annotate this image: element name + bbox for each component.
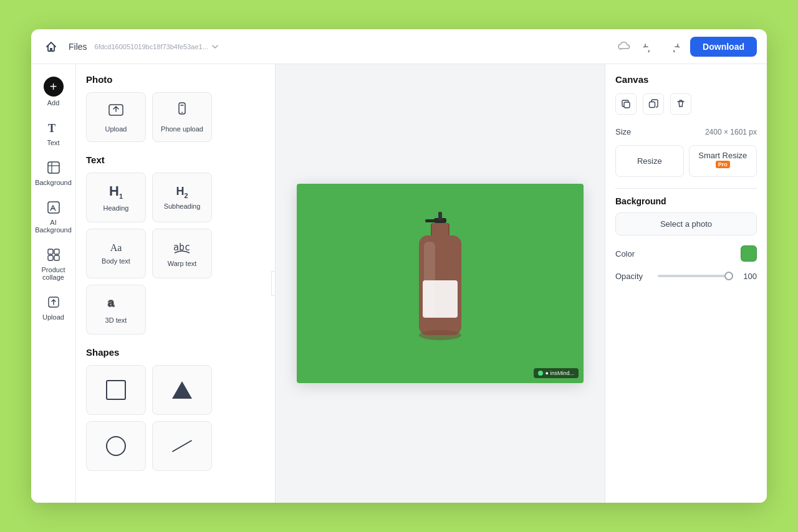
svg-rect-22 (423, 280, 458, 318)
nav-ai-background[interactable]: AI Background (35, 194, 72, 239)
line-shape-card[interactable] (152, 421, 212, 471)
opacity-track (658, 275, 733, 277)
shapes-section-title: Shapes (86, 347, 265, 358)
panel-collapse-button[interactable]: ‹ (271, 271, 276, 296)
upload-card-label: Upload (105, 125, 127, 133)
opacity-slider[interactable] (658, 270, 733, 282)
3d-text-card-icon: a (107, 295, 125, 313)
svg-rect-19 (432, 223, 448, 237)
product-collage-icon (45, 246, 62, 264)
nav-background[interactable]: Background (35, 154, 72, 191)
background-panel-title: Background (615, 196, 757, 206)
triangle-shape-icon (172, 381, 192, 399)
heading-card-label: Heading (103, 204, 129, 212)
pro-badge: Pro (716, 161, 730, 168)
product-bottle (397, 212, 484, 355)
size-value: 2400 × 1601 px (705, 128, 757, 136)
ai-background-icon (45, 199, 62, 216)
files-nav[interactable]: Files (69, 42, 87, 52)
add-icon: + (44, 77, 64, 97)
nav-add-label: Add (47, 99, 60, 107)
photo-grid: Upload Phone upload (86, 92, 265, 142)
subheading-card-icon: H2 (176, 185, 188, 199)
rect-shape-card[interactable] (86, 365, 146, 415)
svg-rect-1 (48, 162, 59, 173)
resize-button[interactable]: Resize (615, 145, 684, 177)
body-text-card[interactable]: Aa Body text (86, 229, 146, 278)
watermark-badge: ● insMind... (534, 368, 579, 378)
warp-text-card-label: Warp text (168, 260, 197, 267)
nav-background-label: Background (35, 179, 72, 186)
body-text-card-icon: Aa (110, 242, 122, 254)
undo-button[interactable] (640, 38, 658, 55)
nav-product-collage-label: Product collage (39, 266, 69, 281)
nav-add[interactable]: + Add (35, 72, 72, 112)
add-panel: Photo Upload (76, 64, 276, 503)
nav-ai-background-label: AI Background (35, 219, 72, 234)
background-icon (45, 159, 62, 176)
nav-upload[interactable]: Upload (35, 288, 72, 326)
nav-text[interactable]: T Text (35, 114, 72, 151)
smart-resize-button[interactable]: Smart Resize Pro (689, 145, 757, 177)
delete-canvas-button[interactable] (670, 93, 691, 115)
select-photo-button[interactable]: Select a photo (615, 212, 757, 235)
opacity-row: Opacity 100 (615, 270, 757, 282)
opacity-value: 100 (738, 272, 757, 281)
divider-1 (615, 188, 757, 189)
svg-rect-17 (425, 219, 439, 222)
text-icon: T (45, 119, 62, 136)
phone-upload-card[interactable]: Phone upload (152, 92, 212, 142)
circle-shape-card[interactable] (86, 421, 146, 471)
svg-text:a: a (108, 297, 115, 309)
svg-rect-27 (650, 102, 655, 108)
upload-icon (45, 293, 62, 311)
duplicate-canvas-button[interactable] (615, 93, 637, 115)
copy-canvas-button[interactable] (643, 93, 664, 115)
redo-button[interactable] (665, 38, 683, 55)
svg-rect-8 (54, 255, 59, 260)
right-panel: Canvas (605, 64, 767, 503)
triangle-shape-card[interactable] (152, 365, 212, 415)
nav-upload-label: Upload (42, 313, 64, 321)
color-swatch[interactable] (741, 245, 757, 262)
cloud-sync-icon[interactable] (615, 38, 633, 55)
canvas-area: ● insMind... (276, 64, 605, 503)
svg-rect-6 (54, 249, 59, 254)
download-button[interactable]: Download (690, 37, 757, 57)
body-text-card-label: Body text (102, 257, 130, 265)
svg-rect-7 (48, 255, 53, 260)
svg-text:T: T (48, 122, 55, 135)
filename-display[interactable]: 6fdcd160051019bc18f73b4fe53ae1... (95, 42, 219, 51)
3d-text-card[interactable]: a 3D text (86, 285, 146, 335)
opacity-fill (658, 275, 733, 277)
color-label: Color (615, 249, 635, 259)
nav-text-label: Text (47, 139, 59, 146)
subheading-card-label: Subheading (164, 202, 201, 210)
opacity-label: Opacity (615, 272, 653, 281)
size-row: Size 2400 × 1601 px (615, 127, 757, 136)
opacity-thumb (724, 272, 733, 280)
nav-product-collage[interactable]: Product collage (35, 241, 72, 286)
size-label: Size (615, 127, 631, 136)
upload-card[interactable]: Upload (86, 92, 146, 142)
3d-text-card-label: 3D text (105, 316, 127, 324)
warp-text-card-icon: abc (173, 240, 191, 256)
rect-shape-icon (106, 380, 126, 400)
subheading-card[interactable]: H2 Subheading (152, 173, 212, 222)
canvas-icon-actions (615, 93, 757, 115)
top-bar: Files 6fdcd160051019bc18f73b4fe53ae1... … (31, 29, 767, 64)
text-grid: H1 Heading H2 Subheading Aa Body text ab… (86, 173, 265, 335)
main-layout: + Add T Text Background (31, 64, 767, 503)
heading-card[interactable]: H1 Heading (86, 173, 146, 222)
canvas-panel-title: Canvas (615, 74, 757, 85)
color-row: Color (615, 245, 757, 262)
phone-upload-card-icon (174, 102, 190, 121)
svg-rect-26 (624, 102, 630, 108)
svg-point-24 (538, 371, 543, 376)
shapes-grid (86, 365, 265, 471)
warp-text-card[interactable]: abc Warp text (152, 229, 212, 278)
canvas-board[interactable]: ● insMind... (297, 184, 584, 383)
heading-card-icon: H1 (109, 183, 123, 200)
home-button[interactable] (41, 37, 61, 57)
circle-shape-icon (106, 436, 126, 456)
